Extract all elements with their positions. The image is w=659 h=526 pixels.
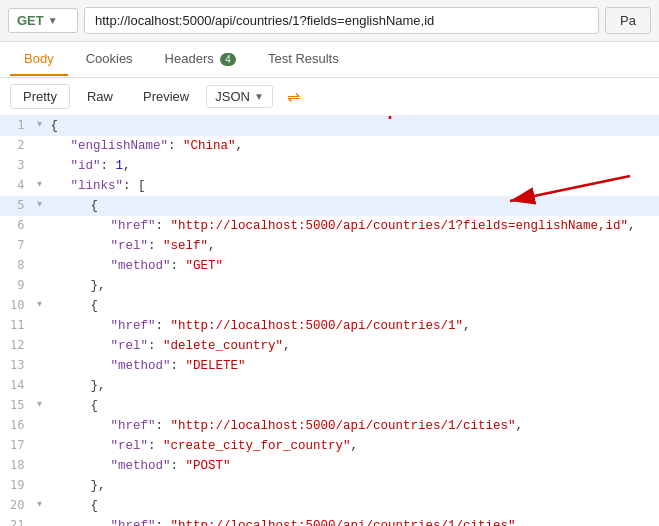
table-row: 1▾{ [0, 116, 659, 136]
line-content: }, [46, 276, 659, 296]
tab-body[interactable]: Body [10, 43, 68, 76]
sub-tab-preview[interactable]: Preview [130, 84, 202, 109]
fold-indicator[interactable]: ▾ [32, 196, 46, 216]
line-number: 10 [0, 296, 32, 316]
line-number: 18 [0, 456, 32, 476]
code-token: "http://localhost:5000/api/countries/1?f… [170, 219, 628, 233]
line-number: 16 [0, 416, 32, 436]
fold-indicator [32, 436, 46, 456]
code-token: "method" [110, 359, 170, 373]
line-content: "englishName": "China", [46, 136, 659, 156]
code-token: , [516, 519, 524, 526]
code-token: "href" [110, 319, 155, 333]
code-token: "http://localhost:5000/api/countries/1/c… [170, 519, 515, 526]
code-token: : [170, 459, 185, 473]
code-token: , [283, 339, 291, 353]
line-content: "href": "http://localhost:5000/api/count… [46, 216, 659, 236]
table-row: 2"englishName": "China", [0, 136, 659, 156]
code-token: "DELETE" [185, 359, 245, 373]
table-row: 5▾{ [0, 196, 659, 216]
tab-cookies[interactable]: Cookies [72, 43, 147, 76]
send-button[interactable]: Pa [605, 7, 651, 34]
code-table: 1▾{2"englishName": "China",3"id": 1,4▾"l… [0, 116, 659, 526]
fold-indicator [32, 416, 46, 436]
table-row: 20▾{ [0, 496, 659, 516]
fold-indicator [32, 456, 46, 476]
code-token: { [50, 119, 58, 133]
table-row: 9}, [0, 276, 659, 296]
fold-indicator [32, 156, 46, 176]
line-content: "rel": "create_city_for_country", [46, 436, 659, 456]
fold-indicator[interactable]: ▾ [32, 296, 46, 316]
table-row: 13"method": "DELETE" [0, 356, 659, 376]
table-row: 10▾{ [0, 296, 659, 316]
table-row: 7"rel": "self", [0, 236, 659, 256]
top-bar: GET ▼ Pa [0, 0, 659, 42]
table-row: 21"href": "http://localhost:5000/api/cou… [0, 516, 659, 526]
wrap-icon[interactable]: ⇌ [283, 85, 304, 108]
code-token: "GET" [185, 259, 223, 273]
fold-indicator[interactable]: ▾ [32, 116, 46, 136]
fold-indicator [32, 216, 46, 236]
line-content: "href": "http://localhost:5000/api/count… [46, 316, 659, 336]
dropdown-arrow-icon: ▼ [48, 15, 58, 26]
url-input[interactable] [84, 7, 599, 34]
code-token: "method" [110, 459, 170, 473]
line-number: 15 [0, 396, 32, 416]
fold-indicator [32, 516, 46, 526]
line-content: }, [46, 476, 659, 496]
line-number: 1 [0, 116, 32, 136]
table-row: 15▾{ [0, 396, 659, 416]
table-row: 8"method": "GET" [0, 256, 659, 276]
fold-indicator[interactable]: ▾ [32, 176, 46, 196]
code-token: : [170, 259, 185, 273]
line-number: 11 [0, 316, 32, 336]
tab-headers[interactable]: Headers 4 [151, 43, 250, 76]
line-number: 20 [0, 496, 32, 516]
table-row: 17"rel": "create_city_for_country", [0, 436, 659, 456]
code-token: , [516, 419, 524, 433]
code-token: : [ [123, 179, 146, 193]
sub-tab-pretty[interactable]: Pretty [10, 84, 70, 109]
code-token: , [351, 439, 359, 453]
code-token: : [155, 419, 170, 433]
sub-tabs: Pretty Raw Preview JSON ▼ ⇌ [0, 78, 659, 116]
code-token: : [148, 239, 163, 253]
code-token: "method" [110, 259, 170, 273]
code-token: }, [90, 479, 105, 493]
fold-indicator [32, 136, 46, 156]
format-arrow-icon: ▼ [254, 91, 264, 102]
sub-tab-raw[interactable]: Raw [74, 84, 126, 109]
code-token: "id" [70, 159, 100, 173]
fold-indicator [32, 356, 46, 376]
line-number: 14 [0, 376, 32, 396]
code-token: : [168, 139, 183, 153]
fold-indicator [32, 476, 46, 496]
line-content: { [46, 196, 659, 216]
fold-indicator[interactable]: ▾ [32, 396, 46, 416]
code-token: "href" [110, 219, 155, 233]
code-token: }, [90, 379, 105, 393]
code-token: "http://localhost:5000/api/countries/1/c… [170, 419, 515, 433]
fold-indicator [32, 336, 46, 356]
code-token: { [90, 399, 98, 413]
format-dropdown[interactable]: JSON ▼ [206, 85, 273, 108]
code-token: , [236, 139, 244, 153]
line-content: "rel": "delete_country", [46, 336, 659, 356]
line-number: 19 [0, 476, 32, 496]
tab-test-results[interactable]: Test Results [254, 43, 353, 76]
fold-indicator[interactable]: ▾ [32, 496, 46, 516]
table-row: 6"href": "http://localhost:5000/api/coun… [0, 216, 659, 236]
fold-indicator [32, 316, 46, 336]
fold-indicator [32, 256, 46, 276]
method-dropdown[interactable]: GET ▼ [8, 8, 78, 33]
code-token: "englishName" [70, 139, 168, 153]
table-row: 19}, [0, 476, 659, 496]
format-label: JSON [215, 89, 250, 104]
code-token: "href" [110, 519, 155, 526]
line-content: }, [46, 376, 659, 396]
line-number: 9 [0, 276, 32, 296]
table-row: 18"method": "POST" [0, 456, 659, 476]
code-token: "China" [183, 139, 236, 153]
code-token: }, [90, 279, 105, 293]
